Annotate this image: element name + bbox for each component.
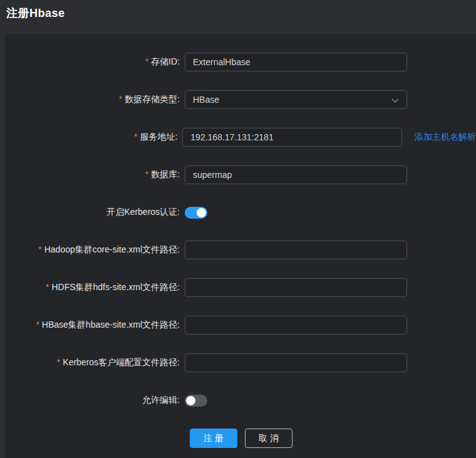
form-row-hbase-site-path: *HBase集群hbase-site.xml文件路径: (5, 316, 476, 335)
hbase-site-path-input[interactable] (185, 316, 407, 335)
kerberos-auth-label: 开启Kerberos认证: (5, 207, 185, 218)
store-type-selected-value: HBase (193, 95, 219, 105)
toggle-knob (197, 208, 206, 217)
form-row-hdfs-site-path: *HDFS集群hdfs-site.xml文件路径: (5, 278, 476, 297)
hbase-site-path-label: *HBase集群hbase-site.xml文件路径: (5, 320, 185, 331)
required-marker: * (57, 357, 60, 367)
cancel-button[interactable]: 取 消 (245, 429, 292, 448)
add-hostname-resolution-link[interactable]: 添加主机名解析 (415, 132, 476, 143)
chevron-down-icon (391, 95, 398, 102)
core-site-path-label: *Hadoop集群core-site.xml文件路径: (5, 244, 185, 256)
store-type-select[interactable]: HBase (185, 90, 407, 109)
storage-id-input[interactable] (185, 53, 407, 71)
toggle-knob (186, 396, 195, 405)
required-marker: * (46, 282, 49, 292)
form-actions: 注 册 取 消 (190, 429, 476, 448)
register-hbase-form-panel: *存储ID: *数据存储类型: HBase *服务地址: 添加主机名解析 *数据… (5, 34, 476, 458)
form-row-kerberos-client-config-path: *Kerberos客户端配置文件路径: (5, 353, 476, 372)
core-site-path-input[interactable] (185, 241, 407, 259)
hdfs-site-path-input[interactable] (185, 278, 407, 297)
allow-edit-label: 允许编辑: (5, 395, 185, 406)
form-row-database: *数据库: (5, 165, 476, 184)
service-address-input[interactable] (182, 128, 402, 147)
database-label: *数据库: (5, 169, 185, 180)
storage-id-label: *存储ID: (5, 56, 185, 68)
required-marker: * (134, 132, 137, 142)
page-title: 注册Hbase (6, 6, 476, 21)
form-row-core-site-path: *Hadoop集群core-site.xml文件路径: (5, 241, 476, 259)
required-marker: * (36, 320, 39, 330)
register-button[interactable]: 注 册 (190, 429, 237, 448)
hdfs-site-path-label: *HDFS集群hdfs-site.xml文件路径: (5, 282, 185, 293)
required-marker: * (119, 94, 122, 104)
form-row-allow-edit: 允许编辑: (5, 391, 476, 410)
form-row-storage-id: *存储ID: (5, 53, 476, 71)
required-marker: * (145, 169, 148, 179)
allow-edit-toggle[interactable] (185, 395, 207, 407)
store-type-label: *数据存储类型: (5, 94, 185, 105)
form-row-service-address: *服务地址: 添加主机名解析 (5, 128, 476, 147)
kerberos-client-config-path-input[interactable] (185, 353, 407, 372)
form-row-store-type: *数据存储类型: HBase (5, 90, 476, 109)
kerberos-client-config-path-label: *Kerberos客户端配置文件路径: (5, 357, 185, 368)
required-marker: * (145, 56, 148, 66)
required-marker: * (38, 244, 41, 254)
kerberos-auth-toggle[interactable] (185, 207, 207, 219)
service-address-label: *服务地址: (5, 132, 182, 143)
database-input[interactable] (185, 165, 407, 184)
page-header: 注册Hbase (0, 0, 476, 34)
form-row-kerberos-auth: 开启Kerberos认证: (5, 203, 476, 222)
